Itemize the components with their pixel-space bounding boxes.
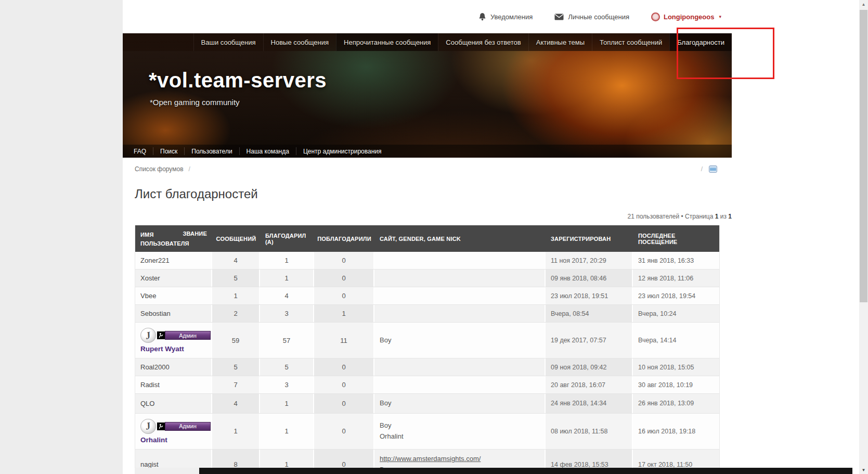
thanked-cell: 1	[260, 270, 314, 287]
username-link[interactable]: Roal2000	[140, 363, 170, 371]
username-link[interactable]: QLO	[140, 400, 154, 407]
registered-cell: 24 янв 2018, 14:34	[546, 394, 633, 413]
sub-nav-item[interactable]: FAQ	[127, 147, 153, 155]
registered-cell: Вчера, 08:54	[546, 305, 633, 322]
posts-cell: 5	[212, 270, 260, 287]
page-label: Страница	[685, 213, 713, 220]
game-icon	[157, 331, 165, 339]
nav-item[interactable]: Активные темы	[528, 33, 592, 51]
username-link[interactable]: Xoster	[140, 274, 160, 282]
table-row: QLO 4 1 0 Boy 24 янв 2018, 14:34 26 янв …	[135, 394, 719, 414]
avatar[interactable]: J	[140, 328, 156, 343]
site-cell	[374, 305, 546, 322]
username-link[interactable]: Zoner221	[140, 257, 170, 264]
sub-nav: FAQПоискПользователиНаша командаЦентр ад…	[123, 145, 732, 158]
header-name: ИМЯ ПОЛЬЗОВАТЕЛЯ ЗВАНИЕ	[135, 225, 212, 252]
username-link[interactable]: Radist	[140, 381, 160, 389]
admin-user: J Админ Rupert Wyatt	[140, 327, 211, 354]
site-text: Orhalint	[380, 431, 404, 442]
nav-item[interactable]: Непрочитанные сообщения	[336, 33, 438, 51]
header-posts: СООБЩЕНИЙ	[212, 225, 260, 252]
registered-cell: 11 ноя 2017, 20:29	[546, 252, 633, 269]
thanked-cell: 1	[260, 414, 314, 449]
received-cell: 0	[314, 252, 374, 269]
breadcrumb-forum-list-link[interactable]: Список форумов	[135, 165, 184, 173]
header-thanked: БЛАГОДАРИЛ (А)	[260, 225, 314, 252]
user-cell: Zoner221	[135, 252, 212, 269]
page-wrapper: Уведомления Личные сообщения Longipongeo…	[123, 0, 859, 474]
posts-cell: 2	[212, 305, 260, 322]
envelope-icon	[554, 14, 564, 20]
bell-icon	[478, 12, 486, 21]
lastvisit-cell: Вчера, 10:24	[633, 305, 720, 322]
table-row: Zoner221 4 1 0 11 ноя 2017, 20:29 31 янв…	[135, 252, 719, 270]
sub-nav-item[interactable]: Пользователи	[185, 147, 239, 155]
username-link[interactable]: Sebostian	[140, 310, 171, 317]
posts-cell: 4	[212, 394, 260, 413]
table-row: Sebostian 2 3 1 Вчера, 08:54 Вчера, 10:2…	[135, 305, 719, 323]
pagination: 21 пользователей • Страница 1 из 1	[135, 213, 732, 220]
table-row: J Админ Orhalint 1 1 0 BoyOrhalint 08 ию…	[135, 414, 719, 450]
username-link[interactable]: Orhalint	[140, 436, 211, 444]
table-row: J Админ Rupert Wyatt 59 57 11 Boy 19 дек…	[135, 323, 719, 358]
username-link[interactable]: Rupert Wyatt	[140, 345, 211, 353]
received-cell: 0	[314, 287, 374, 304]
header-registered: ЗАРЕГИСТРИРОВАН	[546, 225, 633, 252]
site-cell: Boy	[374, 323, 546, 358]
lastvisit-cell: 30 авг 2018, 10:19	[633, 376, 720, 393]
site-text: Boy	[380, 335, 391, 346]
user-cell: Xoster	[135, 270, 212, 287]
thanked-cell: 1	[260, 394, 314, 413]
user-menu[interactable]: Longipongeoos ▾	[651, 12, 721, 21]
site-link[interactable]: http://www.amsterdamsights.com/	[380, 454, 481, 465]
received-cell: 0	[314, 414, 374, 449]
admin-user: J Админ Orhalint	[140, 418, 211, 445]
lastvisit-cell: 10 ноя 2018, 15:05	[633, 358, 720, 376]
nav-item[interactable]: Благодарности	[669, 33, 732, 51]
nav-item[interactable]: Ваши сообщения	[193, 33, 263, 51]
user-cell: J Админ Orhalint	[135, 414, 212, 449]
registered-cell: 23 июл 2018, 19:51	[546, 287, 633, 304]
posts-cell: 1	[212, 287, 260, 304]
lastvisit-cell: 16 июл 2018, 19:18	[633, 414, 720, 449]
username-link[interactable]: nagist	[140, 460, 159, 468]
notifications-label: Уведомления	[490, 13, 533, 21]
current-username: Longipongeoos	[664, 13, 714, 21]
site-title: *vol.team-servers	[149, 69, 327, 92]
users-count: 21 пользователей	[628, 213, 680, 220]
nav-item[interactable]: Новые сообщения	[263, 33, 336, 51]
sub-nav-item[interactable]: Поиск	[153, 147, 185, 155]
username-link[interactable]: Vbee	[140, 292, 156, 300]
private-messages-button[interactable]: Личные сообщения	[554, 13, 629, 21]
lastvisit-cell: 23 июл 2018, 19:54	[633, 287, 720, 304]
lastvisit-cell: 31 янв 2018, 16:33	[633, 252, 720, 269]
admin-strip: J Админ	[140, 328, 211, 343]
game-icon	[157, 422, 165, 430]
avatar[interactable]: J	[140, 419, 156, 434]
posts-cell: 4	[212, 252, 260, 269]
pagination-bullet: •	[681, 213, 683, 220]
site-cell: BoyOrhalint	[374, 414, 546, 449]
rank-badge: Админ	[157, 422, 211, 431]
received-cell: 11	[314, 323, 374, 358]
scrollbar[interactable]: ▲ ▼	[859, 0, 868, 474]
user-avatar	[651, 12, 660, 21]
nav-item[interactable]: Топлист сообщений	[592, 33, 669, 51]
breadcrumb: Список форумов / /	[123, 158, 732, 181]
thanked-cell: 3	[260, 305, 314, 322]
lastvisit-cell: 12 янв 2018, 11:06	[633, 270, 720, 287]
rank-badge: Админ	[157, 331, 211, 340]
nav-item[interactable]: Сообщения без ответов	[438, 33, 528, 51]
site-cell: Boy	[374, 394, 546, 413]
scroll-up-arrow[interactable]: ▲	[859, 0, 868, 8]
scrollbar-thumb[interactable]	[860, 10, 867, 302]
table-row: Vbee 1 4 0 23 июл 2018, 19:51 23 июл 201…	[135, 287, 719, 305]
sub-nav-item[interactable]: Наша команда	[240, 147, 296, 155]
notifications-button[interactable]: Уведомления	[478, 12, 533, 21]
style-switcher-icon[interactable]	[709, 165, 717, 173]
sub-nav-item[interactable]: Центр администрирования	[296, 147, 388, 155]
site-cell	[374, 358, 546, 376]
site-cell	[374, 270, 546, 287]
site-cell	[374, 287, 546, 304]
scroll-down-arrow[interactable]: ▼	[859, 466, 868, 474]
